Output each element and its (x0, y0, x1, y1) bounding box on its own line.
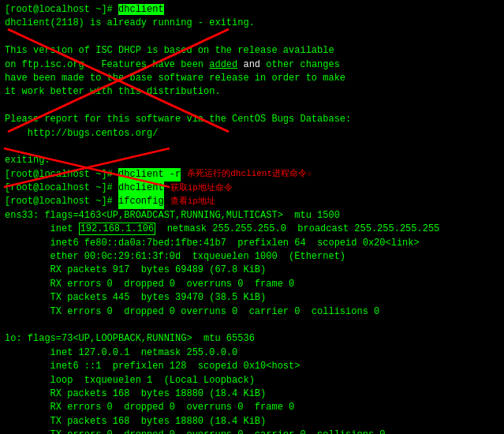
prompt-13: [root@localhost ~]# (5, 181, 118, 195)
line-29: RX errors 0 dropped 0 overruns 0 frame 0 (5, 401, 499, 414)
line-4: This version of ISC DHCP is based on the… (5, 44, 499, 58)
annotation-viewip: 查看ip地址 (170, 196, 215, 208)
line-exiting: exiting. (5, 154, 499, 167)
cmd-dhclient2: dhclient (118, 181, 164, 195)
line-31: TX errors 0 dropped 0 overruns 0 carrier… (5, 428, 499, 434)
line-20: RX errors 0 dropped 0 overruns 0 frame 0 (5, 278, 499, 291)
annotation-getip: 获取ip地址命令 (170, 182, 233, 195)
line-26: inet6 ::1 prefixlen 128 scopeid 0x10<hos… (5, 360, 499, 373)
cmd-ifconfig: ifconfig (118, 195, 164, 208)
ip-address-box: 192.168.1.106 (79, 223, 156, 235)
annotation-kill: 杀死运行的dhclient进程命令☆ (187, 168, 312, 181)
line-19: RX packets 917 bytes 69489 (67.8 KiB) (5, 264, 499, 277)
line-16: inet 192.168.1.106 netmask 255.255.255.0… (5, 223, 499, 236)
line-22: TX errors 0 dropped 0 overruns 0 carrier… (5, 305, 499, 319)
line-18: ether 00:0c:29:61:3f:0d txqueuelen 1000 … (5, 250, 499, 264)
cmd-dhclient-r: dhclient -r (118, 168, 181, 181)
prompt-14: [root@localhost ~]# (5, 195, 118, 208)
line-blank-1 (5, 31, 499, 44)
line-17: inet6 fe80::da0a:7bed:1fbe:41b7 prefixle… (5, 237, 499, 250)
line-24: lo: flags=73<UP,LOOPBACK,RUNNING> mtu 65… (5, 332, 499, 346)
line-27: loop txqueuelen 1 (Local Loopback) (5, 374, 499, 387)
line-blank-2 (5, 99, 499, 113)
line-2: dhclient(2118) is already running - exit… (5, 17, 499, 30)
and-text: and (243, 59, 260, 70)
line-28: RX packets 168 bytes 18880 (18.4 KiB) (5, 387, 499, 401)
cmd-1: dhclient (118, 4, 164, 15)
line-15: ens33: flags=4163<UP,BROADCAST,RUNNING,M… (5, 209, 499, 223)
line-6: have been made to the base software rele… (5, 72, 499, 85)
added-text: added (209, 59, 237, 70)
prompt-1: [root@localhost ~]# (5, 4, 118, 15)
prompt-12: [root@localhost ~]# (5, 168, 118, 181)
line-10: http://bugs.centos.org/ (5, 127, 499, 140)
line-12: [root@localhost ~]# dhclient -r 杀死运行的dhc… (5, 168, 499, 181)
line-blank-4 (5, 319, 499, 332)
line-30: TX packets 168 bytes 18880 (18.4 KiB) (5, 415, 499, 428)
line-blank-3 (5, 140, 499, 154)
line-1: [root@localhost ~]# dhclient (5, 3, 499, 17)
line-14: [root@localhost ~]# ifconfig 查看ip地址 (5, 195, 499, 208)
line-7: it work better with this distribution. (5, 85, 499, 99)
terminal: [root@localhost ~]# dhclient dhclient(21… (0, 0, 504, 434)
line-5: on ftp.isc.org. Features have been added… (5, 58, 499, 72)
line-9: Please report for this software via the … (5, 113, 499, 126)
line-25: inet 127.0.0.1 netmask 255.0.0.0 (5, 346, 499, 360)
line-21: TX packets 445 bytes 39470 (38.5 KiB) (5, 291, 499, 305)
line-13: [root@localhost ~]# dhclient 获取ip地址命令 (5, 181, 499, 195)
